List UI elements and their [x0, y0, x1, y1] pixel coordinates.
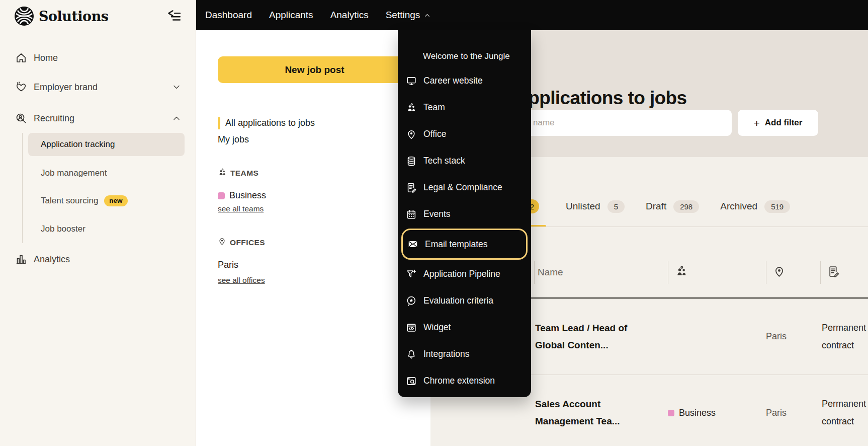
map-pin-icon: [218, 237, 226, 248]
sidebar-item-recruiting[interactable]: Recruiting: [0, 110, 196, 127]
topnav-item-analytics[interactable]: Analytics: [330, 10, 369, 21]
tab-draft[interactable]: Draft298: [646, 200, 699, 213]
brand-logo[interactable]: Solutions: [14, 6, 166, 26]
topnav-item-applicants[interactable]: Applicants: [269, 10, 313, 21]
people-icon: [218, 168, 227, 179]
settings-menu-item-office[interactable]: Office: [398, 121, 531, 147]
sidebar-header: Solutions: [0, 0, 196, 32]
sidebar: Solutions HomeEmployer brandRecruitingAp…: [0, 0, 196, 446]
sidebar-subitem-application-tracking[interactable]: Application tracking: [28, 133, 185, 156]
sidebar-subitem-talent-sourcing[interactable]: Talent sourcingnew: [28, 191, 196, 211]
chevron-up-icon: [423, 12, 431, 19]
tab-count-badge: 5: [607, 200, 625, 213]
active-view-indicator: [218, 117, 220, 129]
see-all-offices-link[interactable]: see all offices: [218, 276, 265, 285]
job-location-cell: Paris: [766, 299, 787, 375]
column-header-name[interactable]: Name: [534, 261, 563, 284]
team-item[interactable]: Business: [218, 190, 266, 201]
jobs-panel: New job post All applications to jobsMy …: [196, 30, 430, 446]
see-all-teams-link[interactable]: see all teams: [218, 204, 264, 213]
sidebar-subitem-label: Application tracking: [41, 139, 115, 150]
settings-menu-item-chrome-extension[interactable]: Chrome extension: [398, 367, 531, 394]
new-job-post-button[interactable]: New job post: [218, 56, 411, 83]
settings-menu-item-label: Application Pipeline: [423, 269, 500, 279]
sidebar-item-label: Home: [34, 53, 182, 63]
job-name: Team Lead / Head of Global Conten...: [535, 320, 636, 354]
tab-label: Unlisted: [566, 201, 600, 212]
job-views: All applications to jobsMy jobs: [218, 115, 315, 148]
brand-globe-icon: [14, 6, 34, 26]
view-label: All applications to jobs: [225, 118, 315, 128]
view-all-applications-to-jobs[interactable]: All applications to jobs: [218, 115, 315, 131]
sidebar-item-home[interactable]: Home: [0, 49, 196, 66]
add-filter-label: Add filter: [765, 118, 803, 128]
settings-menu-item-email-templates[interactable]: Email templates: [401, 229, 528, 260]
settings-menu-item-application-pipeline[interactable]: Application Pipeline: [398, 261, 531, 287]
tab-label: Archived: [720, 201, 757, 212]
star-bubble-icon: [405, 295, 417, 307]
sidebar-subitem-label: Talent sourcing: [41, 196, 98, 206]
job-contract-cell: Permanent contract: [822, 375, 868, 446]
sidebar-subitem-job-booster[interactable]: Job booster: [28, 219, 196, 239]
settings-menu-item-tech-stack[interactable]: Tech stack: [398, 147, 531, 174]
settings-menu-item-label: Office: [423, 129, 446, 139]
settings-menu-item-label: Integrations: [423, 349, 469, 359]
settings-menu-item-career-website[interactable]: Career website: [398, 67, 531, 94]
sidebar-item-employer-brand[interactable]: Employer brand: [0, 79, 196, 96]
topnav-item-label: Dashboard: [205, 10, 252, 21]
job-name: Sales Account Management Tea...: [535, 396, 636, 430]
heart-sparkle-icon: [15, 81, 27, 93]
add-filter-button[interactable]: + Add filter: [738, 110, 818, 136]
search-by-name-input[interactable]: [524, 110, 732, 136]
column-header-contract[interactable]: [820, 261, 840, 284]
settings-menu-item-evaluation-criteria[interactable]: Evaluation criteria: [398, 287, 531, 314]
chevron-down-icon: [171, 82, 182, 92]
document-pen-icon: [827, 265, 840, 280]
tab-archived[interactable]: Archived519: [720, 200, 790, 213]
column-header-team[interactable]: [668, 261, 688, 284]
document-pen-icon: [405, 182, 417, 193]
settings-menu-item-team[interactable]: Team: [398, 94, 531, 121]
office-item[interactable]: Paris: [218, 260, 238, 270]
sidebar-subitem-label: Job booster: [41, 224, 85, 234]
map-pin-icon: [405, 129, 417, 140]
settings-menu-item-label: Evaluation criteria: [423, 295, 493, 306]
team-label: Business: [679, 408, 716, 418]
topnav-item-settings[interactable]: Settings: [386, 10, 431, 21]
settings-menu-item-label: Widget: [423, 322, 451, 333]
people-icon: [675, 265, 688, 280]
settings-menu-item-integrations[interactable]: Integrations: [398, 341, 531, 367]
settings-menu-item-label: Tech stack: [423, 156, 465, 166]
job-name-cell: Sales Account Management Tea...: [535, 375, 636, 446]
sidebar-subitem-job-management[interactable]: Job management: [28, 163, 196, 183]
column-header-location[interactable]: [766, 261, 786, 284]
settings-menu-header: Welcome to the Jungle: [398, 30, 531, 67]
tab-unlisted[interactable]: Unlisted5: [566, 200, 625, 213]
collapse-sidebar-icon[interactable]: [166, 9, 182, 24]
topnav-item-dashboard[interactable]: Dashboard: [205, 10, 252, 21]
new-badge: new: [104, 195, 127, 206]
settings-menu-item-label: Legal & Compliance: [423, 182, 502, 193]
sidebar-item-label: Recruiting: [34, 113, 171, 124]
topnav-item-label: Settings: [386, 10, 420, 21]
tabs: Unlisted5Draft298Archived519: [566, 199, 790, 213]
people-icon: [405, 102, 417, 113]
team-label: Business: [229, 190, 266, 201]
settings-menu-item-label: Events: [423, 209, 451, 219]
app-root: Solutions HomeEmployer brandRecruitingAp…: [0, 0, 868, 446]
team-color-swatch: [668, 410, 674, 416]
offices-section-header: OFFICES: [218, 237, 265, 248]
topnav-item-label: Analytics: [330, 10, 369, 21]
view-my-jobs[interactable]: My jobs: [218, 131, 315, 148]
teams-title: TEAMS: [230, 169, 258, 178]
job-location: Paris: [766, 331, 787, 342]
sidebar-item-analytics[interactable]: Analytics: [0, 251, 196, 268]
monitor-icon: [405, 76, 417, 87]
envelope-icon: [407, 239, 419, 250]
settings-menu-item-widget[interactable]: Widget: [398, 314, 531, 341]
job-location: Paris: [766, 408, 787, 418]
settings-menu-item-events[interactable]: Events: [398, 201, 531, 228]
settings-menu-item-legal-compliance[interactable]: Legal & Compliance: [398, 174, 531, 201]
recruiting-submenu: Application trackingJob managementTalent…: [22, 133, 196, 243]
home-icon: [15, 52, 27, 64]
